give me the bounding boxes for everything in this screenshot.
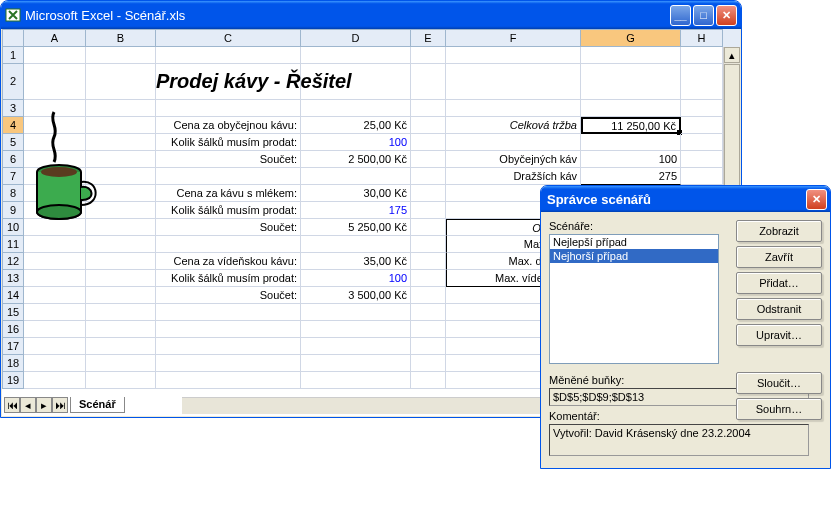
show-button[interactable]: Zobrazit	[736, 220, 822, 242]
close-button[interactable]: ✕	[716, 5, 737, 26]
summary-button[interactable]: Souhrn…	[736, 398, 822, 420]
list-item[interactable]: Nejhorší případ	[550, 249, 718, 263]
col-header[interactable]: G	[581, 29, 681, 47]
titlebar[interactable]: Microsoft Excel - Scénář.xls __ □ ✕	[1, 1, 741, 29]
row-header[interactable]: 19	[2, 372, 24, 389]
close-dlg-button[interactable]: Zavřít	[736, 246, 822, 268]
row-header[interactable]: 6	[2, 151, 24, 168]
maximize-button[interactable]: □	[693, 5, 714, 26]
cell-label[interactable]: Součet:	[156, 219, 301, 236]
row-header[interactable]: 17	[2, 338, 24, 355]
cell-label[interactable]: Dražších káv	[446, 168, 581, 185]
col-header[interactable]: A	[24, 29, 86, 47]
col-header[interactable]: H	[681, 29, 723, 47]
page-title[interactable]: Prodej kávy - Řešitel	[156, 64, 301, 100]
row-header[interactable]: 7	[2, 168, 24, 185]
cell-label[interactable]: Kolik šálků musím prodat:	[156, 202, 301, 219]
row-header[interactable]: 15	[2, 304, 24, 321]
cell-value[interactable]: 175	[301, 202, 411, 219]
cell-label[interactable]: Součet:	[156, 287, 301, 304]
dialog-titlebar[interactable]: Správce scénářů ✕	[541, 186, 830, 212]
row-header[interactable]: 10	[2, 219, 24, 236]
cell-value[interactable]: 30,00 Kč	[301, 185, 411, 202]
cell-value[interactable]: 100	[301, 270, 411, 287]
row-header[interactable]: 8	[2, 185, 24, 202]
row-header[interactable]: 9	[2, 202, 24, 219]
dialog-title: Správce scénářů	[547, 192, 651, 207]
delete-button[interactable]: Odstranit	[736, 298, 822, 320]
row-header[interactable]: 12	[2, 253, 24, 270]
tab-nav-last[interactable]: ⏭	[52, 397, 68, 413]
edit-button[interactable]: Upravit…	[736, 324, 822, 346]
cell-value[interactable]: 35,00 Kč	[301, 253, 411, 270]
row-header[interactable]: 3	[2, 100, 24, 117]
col-header[interactable]: D	[301, 29, 411, 47]
list-item[interactable]: Nejlepší případ	[550, 235, 718, 249]
row-header[interactable]: 2	[2, 64, 24, 100]
row-header[interactable]: 13	[2, 270, 24, 287]
sheet-tab[interactable]: Scénář	[70, 397, 125, 413]
cell-value[interactable]: 100	[581, 151, 681, 168]
comment-field: Vytvořil: David Krásenský dne 23.2.2004	[549, 424, 809, 456]
col-header[interactable]: E	[411, 29, 446, 47]
window-title: Microsoft Excel - Scénář.xls	[25, 8, 670, 23]
active-cell[interactable]: 11 250,00 Kč	[581, 117, 681, 134]
column-headers: A B C D E F G H	[2, 29, 740, 47]
cell-label[interactable]: Celková tržba	[446, 117, 581, 134]
minimize-button[interactable]: __	[670, 5, 691, 26]
row-header[interactable]: 1	[2, 47, 24, 64]
scenario-manager-dialog: Správce scénářů ✕ Scénáře: Nejlepší příp…	[540, 185, 831, 469]
cell-label[interactable]: Součet:	[156, 151, 301, 168]
col-header[interactable]: B	[86, 29, 156, 47]
row-header[interactable]: 4	[2, 117, 24, 134]
scenarios-listbox[interactable]: Nejlepší případ Nejhorší případ	[549, 234, 719, 364]
select-all-corner[interactable]	[2, 29, 24, 47]
row-header[interactable]: 16	[2, 321, 24, 338]
cell-value[interactable]: 100	[301, 134, 411, 151]
tab-nav-first[interactable]: ⏮	[4, 397, 20, 413]
scroll-up-button[interactable]: ▴	[724, 47, 740, 63]
col-header[interactable]: F	[446, 29, 581, 47]
excel-icon	[5, 7, 21, 23]
cell-value[interactable]: 5 250,00 Kč	[301, 219, 411, 236]
dialog-close-button[interactable]: ✕	[806, 189, 827, 210]
col-header[interactable]: C	[156, 29, 301, 47]
row-header[interactable]: 5	[2, 134, 24, 151]
cell-value[interactable]: 3 500,00 Kč	[301, 287, 411, 304]
cell-value[interactable]: 2 500,00 Kč	[301, 151, 411, 168]
cell-label[interactable]: Cena za obyčejnou kávu:	[156, 117, 301, 134]
cell-value[interactable]: 275	[581, 168, 681, 185]
cell-label[interactable]: Cena za vídeňskou kávu:	[156, 253, 301, 270]
cell-label[interactable]: Kolik šálků musím prodat:	[156, 134, 301, 151]
row-header[interactable]: 14	[2, 287, 24, 304]
row-header[interactable]: 18	[2, 355, 24, 372]
cell-label[interactable]: Kolik šálků musím prodat:	[156, 270, 301, 287]
row-header[interactable]: 11	[2, 236, 24, 253]
merge-button[interactable]: Sloučit…	[736, 372, 822, 394]
cell-label[interactable]: Obyčejných káv	[446, 151, 581, 168]
add-button[interactable]: Přidat…	[736, 272, 822, 294]
sheet-tabs: ⏮ ◂ ▸ ⏭ Scénář	[4, 396, 125, 414]
cell-label[interactable]: Cena za kávu s mlékem:	[156, 185, 301, 202]
cell-value[interactable]: 25,00 Kč	[301, 117, 411, 134]
tab-nav-prev[interactable]: ◂	[20, 397, 36, 413]
tab-nav-next[interactable]: ▸	[36, 397, 52, 413]
